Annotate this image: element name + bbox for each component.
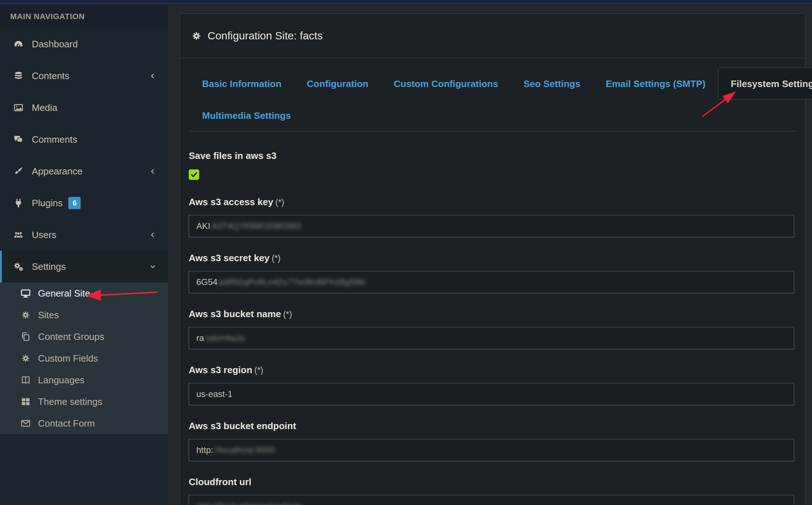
- database-icon: [13, 71, 24, 81]
- sidebar-item-appearance[interactable]: Appearance: [0, 155, 168, 187]
- tab-row-2: Multimedia Settings: [189, 99, 796, 131]
- cloudfront-url-input[interactable]: http://facts.htb/randomfacts: [189, 495, 794, 505]
- gear-icon: [21, 310, 31, 320]
- submenu-item-languages[interactable]: Languages: [0, 369, 168, 391]
- tab-row-1: Basic Information Configuration Custom C…: [189, 68, 796, 99]
- main-content: Configuration Site: facts Basic Informat…: [168, 5, 812, 505]
- form-group: Cloudfront url http://facts.htb/randomfa…: [189, 476, 794, 505]
- field-label: Aws s3 access key(*): [189, 197, 794, 208]
- panel-header: Configuration Site: facts: [180, 14, 805, 58]
- aws-s3-bucket-name-input[interactable]: randomfacts: [189, 327, 794, 349]
- sidebar-item-dashboard[interactable]: Dashboard: [0, 28, 168, 60]
- sidebar-item-plugins[interactable]: Plugins 6: [0, 187, 168, 219]
- submenu-item-general-site[interactable]: General Site: [0, 282, 168, 304]
- sidebar-item-label: Contents: [32, 70, 69, 82]
- plugins-count-badge: 6: [68, 197, 81, 209]
- sidebar-item-settings[interactable]: Settings: [0, 251, 168, 282]
- chevron-down-icon: [150, 264, 156, 270]
- plug-icon: [13, 198, 24, 208]
- field-label: Aws s3 bucket endpoint: [189, 420, 794, 432]
- gears-icon: [13, 262, 24, 272]
- submenu-item-label: Sites: [38, 310, 59, 321]
- sidebar-item-label: Dashboard: [32, 39, 78, 50]
- sidebar-item-label: Media: [32, 102, 57, 113]
- field-label: Aws s3 region(*): [189, 364, 794, 376]
- sidebar-item-users[interactable]: Users: [0, 219, 168, 251]
- sidebar-item-media[interactable]: Media: [0, 92, 168, 124]
- chevron-left-icon: [150, 168, 156, 174]
- sidebar-item-label: Users: [32, 229, 56, 241]
- tab-basic-information[interactable]: Basic Information: [189, 68, 294, 99]
- page-title: Configuration Site: facts: [208, 30, 323, 42]
- form-group: Aws s3 bucket endpoint http://localhost:…: [189, 420, 794, 461]
- image-icon: [13, 103, 24, 113]
- field-label: Save files in aws s3: [189, 150, 794, 161]
- aws-s3-bucket-endpoint-input[interactable]: http://localhost:9000: [189, 439, 794, 461]
- chevron-left-icon: [150, 73, 156, 79]
- submenu-item-theme-settings[interactable]: Theme settings: [0, 391, 168, 413]
- sidebar-item-comments[interactable]: Comments: [0, 124, 168, 155]
- field-label: Cloudfront url: [189, 476, 794, 488]
- sidebar-item-contents[interactable]: Contents: [0, 60, 168, 92]
- users-icon: [13, 230, 24, 240]
- submenu-item-contact-form[interactable]: Contact Form: [0, 413, 168, 434]
- save-files-checkbox[interactable]: [189, 169, 199, 180]
- form-group: Aws s3 bucket name(*) randomfacts: [189, 308, 794, 349]
- sidebar: MAIN NAVIGATION Dashboard Contents Media…: [0, 5, 168, 505]
- tab-multimedia-settings[interactable]: Multimedia Settings: [189, 99, 304, 131]
- filesystem-settings-form: Save files in aws s3 Aws s3 access key(*…: [180, 131, 805, 505]
- tab-seo-settings[interactable]: Seo Settings: [511, 68, 593, 99]
- paint-brush-icon: [13, 166, 24, 176]
- settings-tabs: Basic Information Configuration Custom C…: [189, 68, 796, 131]
- settings-submenu: General Site Sites Content Groups Custom…: [0, 282, 168, 434]
- sidebar-item-label: Settings: [32, 261, 66, 272]
- aws-s3-access-key-input[interactable]: AKIA2T4Q7R9W1E8K5M3: [189, 215, 794, 237]
- submenu-item-label: Custom Fields: [38, 353, 98, 364]
- sidebar-section-header: MAIN NAVIGATION: [0, 5, 168, 28]
- sidebar-item-label: Plugins: [32, 198, 63, 209]
- aws-s3-secret-key-input[interactable]: 6G54jx8Rt2qPv9Ln4Zs7Yw3Kd6Fh1Bg5Mc: [189, 271, 794, 293]
- submenu-item-label: Theme settings: [38, 396, 102, 407]
- form-group: Aws s3 region(*) us-east-1: [189, 364, 794, 405]
- copy-icon: [21, 332, 31, 342]
- envelope-icon: [21, 418, 31, 428]
- tab-configuration[interactable]: Configuration: [294, 68, 381, 99]
- submenu-item-custom-fields[interactable]: Custom Fields: [0, 348, 168, 369]
- configuration-panel: Configuration Site: facts Basic Informat…: [180, 13, 805, 505]
- tab-filesystem-settings[interactable]: Filesystem Settings: [718, 68, 812, 99]
- form-group: Aws s3 access key(*) AKIA2T4Q7R9W1E8K5M3: [189, 197, 794, 237]
- dashboard-icon: [13, 39, 24, 49]
- aws-s3-region-input[interactable]: us-east-1: [189, 383, 794, 405]
- field-label: Aws s3 secret key(*): [189, 252, 794, 264]
- tab-email-settings-smtp[interactable]: Email Settings (SMTP): [593, 68, 718, 99]
- top-navbar: [0, 0, 812, 4]
- save-files-group: Save files in aws s3: [189, 150, 794, 180]
- submenu-item-content-groups[interactable]: Content Groups: [0, 326, 168, 348]
- gear-icon: [191, 30, 202, 42]
- field-label: Aws s3 bucket name(*): [189, 308, 794, 320]
- submenu-item-label: General Site: [38, 288, 90, 299]
- grid-icon: [21, 397, 31, 407]
- form-group: Aws s3 secret key(*) 6G54jx8Rt2qPv9Ln4Zs…: [189, 252, 794, 293]
- submenu-item-sites[interactable]: Sites: [0, 304, 168, 326]
- comments-icon: [13, 134, 24, 144]
- chevron-left-icon: [150, 232, 156, 238]
- submenu-item-label: Languages: [38, 375, 85, 386]
- gear-icon: [21, 353, 31, 363]
- sidebar-item-label: Comments: [32, 134, 77, 145]
- check-icon: [190, 171, 198, 179]
- submenu-item-label: Content Groups: [38, 331, 104, 342]
- desktop-icon: [21, 288, 31, 298]
- sidebar-item-label: Appearance: [32, 166, 82, 177]
- submenu-item-label: Contact Form: [38, 418, 95, 429]
- tab-custom-configurations[interactable]: Custom Configurations: [381, 68, 511, 99]
- language-icon: [21, 375, 31, 385]
